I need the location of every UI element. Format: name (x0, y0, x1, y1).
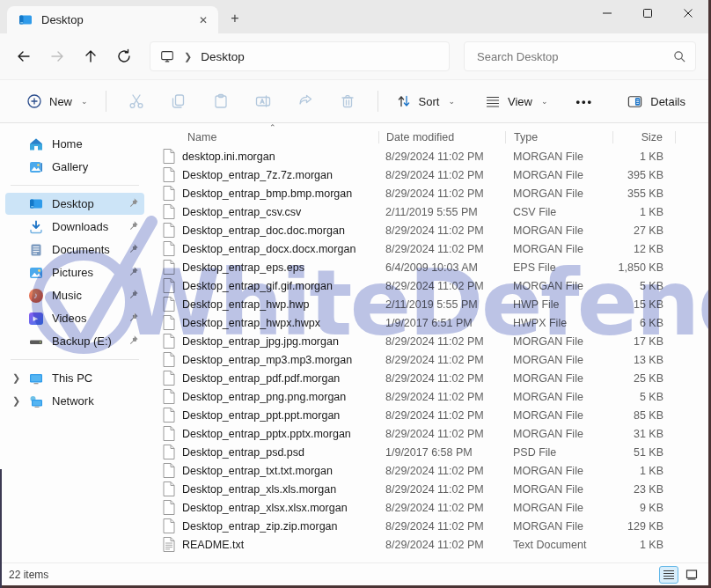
file-date-modified: 8/29/2024 11:02 PM (378, 280, 505, 292)
file-row[interactable]: Desktop_entrap_ppt.ppt.morgan 8/29/2024 … (157, 406, 708, 424)
sort-ascending-caret-icon: ⌃ (269, 123, 276, 132)
file-row[interactable]: Desktop_entrap_psd.psd 1/9/2017 6:58 PM … (157, 443, 708, 461)
large-icons-view-toggle[interactable] (682, 566, 701, 584)
file-icon (163, 241, 175, 256)
sidebar-item-documents[interactable]: Documents (5, 239, 144, 261)
refresh-button[interactable] (109, 41, 139, 71)
rename-button[interactable] (246, 86, 280, 116)
column-header-size[interactable]: Size (612, 131, 676, 143)
column-header-name[interactable]: Name (157, 131, 378, 143)
address-bar[interactable]: ❯ Desktop (150, 41, 450, 71)
file-size: 395 KB (612, 169, 676, 181)
sidebar-item-this-pc[interactable]: ❯ This PC (5, 367, 144, 389)
sidebar-item-videos[interactable]: ▶ Videos (5, 307, 144, 329)
navigation-pane: Home Gallery Desktop Downloads Documents (0, 123, 150, 562)
details-pane-button[interactable]: Details (618, 88, 694, 115)
close-button[interactable] (668, 0, 708, 26)
pin-icon (128, 197, 139, 211)
pin-icon (128, 266, 139, 280)
file-row[interactable]: README.txt 8/29/2024 11:02 PM Text Docum… (157, 535, 708, 554)
file-size: 5 KB (612, 280, 676, 292)
file-size: 13 KB (612, 354, 676, 366)
file-name: Desktop_entrap_xls.xls.morgan (182, 483, 336, 496)
file-row[interactable]: Desktop_entrap_eps.eps 6/4/2009 10:03 AM… (157, 258, 708, 276)
maximize-button[interactable] (627, 0, 668, 26)
sidebar-item-gallery[interactable]: Gallery (5, 156, 144, 178)
file-size: 5 KB (612, 391, 676, 403)
file-icon (163, 389, 175, 404)
file-row[interactable]: Desktop_entrap_docx.docx.morgan 8/29/202… (157, 239, 708, 258)
copy-button[interactable] (162, 86, 195, 116)
paste-button[interactable] (204, 86, 238, 116)
documents-icon (28, 242, 43, 257)
file-row[interactable]: Desktop_entrap_hwp.hwp 2/11/2019 5:55 PM… (157, 295, 708, 313)
music-icon: ♪ (28, 288, 43, 303)
column-header-date-modified[interactable]: Date modified (378, 131, 505, 143)
file-size: 85 KB (612, 409, 676, 422)
file-date-modified: 8/29/2024 11:02 PM (378, 372, 505, 385)
file-row[interactable]: Desktop_entrap_pptx.pptx.morgan 8/29/202… (157, 424, 708, 443)
more-options-button[interactable]: ••• (567, 90, 602, 114)
share-icon (297, 92, 314, 110)
sidebar-item-music[interactable]: ♪ Music (5, 284, 144, 306)
sidebar-item-desktop[interactable]: Desktop (5, 193, 144, 215)
file-row[interactable]: Desktop_entrap_mp3.mp3.morgan 8/29/2024 … (157, 350, 708, 369)
file-icon (163, 352, 175, 367)
breadcrumb-location[interactable]: Desktop (201, 50, 245, 63)
file-row[interactable]: desktop.ini.morgan 8/29/2024 11:02 PM MO… (157, 147, 708, 165)
file-row[interactable]: Desktop_entrap_txt.txt.morgan 8/29/2024 … (157, 461, 708, 480)
sidebar-item-downloads[interactable]: Downloads (5, 216, 144, 238)
pin-icon (128, 220, 139, 234)
file-row[interactable]: Desktop_entrap_jpg.jpg.morgan 8/29/2024 … (157, 332, 708, 350)
command-bar: New ⌄ Sort ⌄ View ⌄ ••• Details (0, 79, 708, 123)
file-icon (163, 167, 175, 182)
share-button[interactable] (289, 86, 322, 116)
new-tab-button[interactable]: + (224, 7, 246, 30)
file-name: Desktop_entrap_docx.docx.morgan (182, 243, 356, 255)
delete-button[interactable] (331, 86, 364, 116)
file-icon (163, 481, 175, 496)
file-row[interactable]: Desktop_entrap_zip.zip.morgan 8/29/2024 … (157, 517, 708, 535)
sort-button[interactable]: Sort ⌄ (387, 88, 464, 114)
view-button[interactable]: View ⌄ (476, 88, 557, 114)
expand-chevron-icon[interactable]: ❯ (12, 395, 20, 407)
file-row[interactable]: Desktop_entrap_pdf.pdf.morgan 8/29/2024 … (157, 369, 708, 387)
tab-close-icon[interactable]: ✕ (195, 12, 211, 28)
new-button[interactable]: New ⌄ (18, 88, 97, 114)
forward-button[interactable] (42, 41, 72, 71)
file-name: Desktop_entrap_jpg.jpg.morgan (182, 335, 339, 348)
cut-button[interactable] (120, 86, 153, 116)
file-row[interactable]: Desktop_entrap_gif.gif.morgan 8/29/2024 … (157, 276, 708, 295)
search-box[interactable]: Search Desktop (464, 41, 696, 71)
file-type: PSD File (505, 446, 612, 459)
file-row[interactable]: Desktop_entrap_xlsx.xlsx.morgan 8/29/202… (157, 498, 708, 517)
file-date-modified: 6/4/2009 10:03 AM (378, 261, 505, 274)
navigation-bar: ❯ Desktop Search Desktop (0, 33, 708, 79)
details-view-toggle[interactable] (659, 566, 678, 584)
file-size: 23 KB (612, 483, 676, 496)
file-row[interactable]: Desktop_entrap_csv.csv 2/11/2019 5:55 PM… (157, 202, 708, 221)
sidebar-item-pictures[interactable]: Pictures (5, 261, 144, 283)
column-header-type[interactable]: Type (505, 131, 612, 143)
view-icon (485, 93, 501, 109)
file-row[interactable]: Desktop_entrap_7z.7z.morgan 8/29/2024 11… (157, 165, 708, 184)
tab-desktop[interactable]: Desktop ✕ (7, 6, 218, 33)
home-icon (28, 136, 43, 151)
file-row[interactable]: Desktop_entrap_png.png.morgan 8/29/2024 … (157, 387, 708, 406)
sidebar-item-network[interactable]: ❯ Network (5, 390, 144, 412)
file-row[interactable]: Desktop_entrap_bmp.bmp.morgan 8/29/2024 … (157, 184, 708, 202)
file-row[interactable]: Desktop_entrap_hwpx.hwpx 1/9/2017 6:51 P… (157, 313, 708, 332)
sidebar-item-backup-e[interactable]: Backup (E:) (5, 330, 144, 352)
up-button[interactable] (76, 41, 106, 71)
sidebar-item-home[interactable]: Home (5, 133, 144, 155)
minimize-button[interactable] (587, 0, 627, 26)
cut-icon (128, 92, 145, 110)
sidebar-item-label: Downloads (52, 220, 108, 233)
back-button[interactable] (9, 41, 39, 71)
file-row[interactable]: Desktop_entrap_xls.xls.morgan 8/29/2024 … (157, 480, 708, 498)
file-row[interactable]: Desktop_entrap_doc.doc.morgan 8/29/2024 … (157, 221, 708, 239)
expand-chevron-icon[interactable]: ❯ (12, 372, 20, 384)
file-name: Desktop_entrap_7z.7z.morgan (182, 169, 333, 181)
sidebar-item-label: Gallery (52, 160, 88, 173)
file-name: Desktop_entrap_gif.gif.morgan (182, 280, 333, 292)
